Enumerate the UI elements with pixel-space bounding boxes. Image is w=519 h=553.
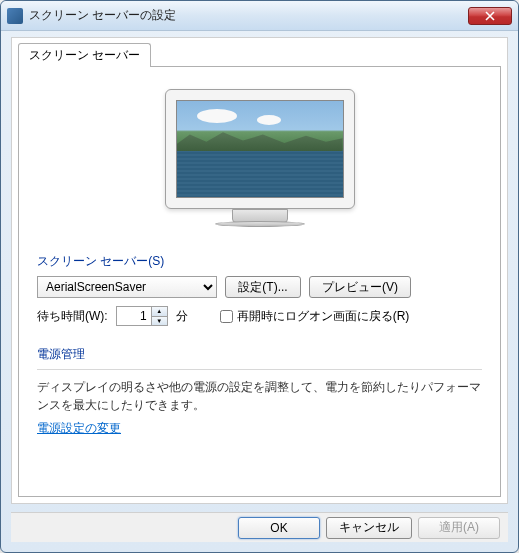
client-area: スクリーン セーバー (11, 37, 508, 504)
resume-checkbox-row[interactable]: 再開時にログオン画面に戻る(R) (220, 308, 410, 325)
resume-checkbox-label: 再開時にログオン画面に戻る(R) (237, 308, 410, 325)
wait-unit: 分 (176, 308, 188, 325)
settings-button[interactable]: 設定(T)... (225, 276, 301, 298)
wait-spinner[interactable]: ▲ ▼ (116, 306, 168, 326)
screensaver-select[interactable]: AerialScreenSaver (37, 276, 217, 298)
wait-down-button[interactable]: ▼ (152, 317, 167, 326)
apply-button[interactable]: 適用(A) (418, 517, 500, 539)
close-button[interactable] (468, 7, 512, 25)
screensaver-preview-image (176, 100, 344, 198)
resume-checkbox[interactable] (220, 310, 233, 323)
app-icon (7, 8, 23, 24)
power-settings-link[interactable]: 電源設定の変更 (37, 420, 121, 437)
power-group-label: 電源管理 (37, 346, 482, 363)
power-description: ディスプレイの明るさや他の電源の設定を調整して、電力を節約したりパフォーマンスを… (37, 378, 482, 414)
ok-button[interactable]: OK (238, 517, 320, 539)
wait-label: 待ち時間(W): (37, 308, 108, 325)
screensaver-group-label: スクリーン セーバー(S) (37, 253, 482, 270)
close-icon (485, 11, 495, 21)
cancel-button[interactable]: キャンセル (326, 517, 412, 539)
titlebar: スクリーン セーバーの設定 (1, 1, 518, 31)
button-bar: OK キャンセル 適用(A) (11, 512, 508, 542)
screensaver-group: スクリーン セーバー(S) AerialScreenSaver 設定(T)...… (37, 253, 482, 334)
dialog-window: スクリーン セーバーの設定 スクリーン セーバー (0, 0, 519, 553)
power-group: 電源管理 ディスプレイの明るさや他の電源の設定を調整して、電力を節約したりパフォ… (37, 346, 482, 437)
window-title: スクリーン セーバーの設定 (29, 7, 468, 24)
wait-input[interactable] (117, 307, 151, 325)
tab-screensaver[interactable]: スクリーン セーバー (18, 43, 151, 67)
preview-button[interactable]: プレビュー(V) (309, 276, 411, 298)
tab-label: スクリーン セーバー (29, 48, 140, 62)
divider (37, 369, 482, 370)
wait-up-button[interactable]: ▲ (152, 307, 167, 317)
tab-strip: スクリーン セーバー (18, 42, 507, 66)
monitor-icon (165, 89, 355, 227)
monitor-preview (37, 89, 482, 227)
tab-panel: スクリーン セーバー(S) AerialScreenSaver 設定(T)...… (18, 66, 501, 497)
